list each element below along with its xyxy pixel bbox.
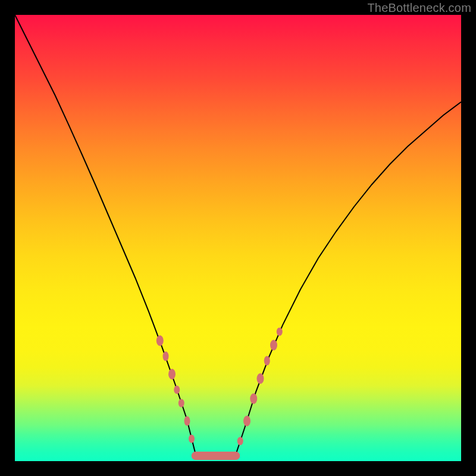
left-curve [15,15,196,455]
curve-marker [277,328,283,336]
curve-marker [156,336,164,346]
curve-marker [174,386,180,394]
curve-marker [178,399,184,408]
curve-marker [264,356,270,365]
curve-marker [163,352,169,361]
watermark-text: TheBottleneck.com [367,1,471,15]
curve-marker [243,416,250,427]
right-curve [236,102,461,455]
curve-marker [257,373,264,384]
chart-frame: TheBottleneck.com [0,0,476,476]
curve-marker [270,340,277,350]
chart-svg [15,15,461,461]
curve-marker [168,369,176,380]
curve-marker [250,393,257,404]
curve-marker [189,435,195,443]
curve-marker [184,416,190,426]
right-markers [237,328,283,446]
plot-area [15,15,461,461]
curve-marker [237,437,243,445]
